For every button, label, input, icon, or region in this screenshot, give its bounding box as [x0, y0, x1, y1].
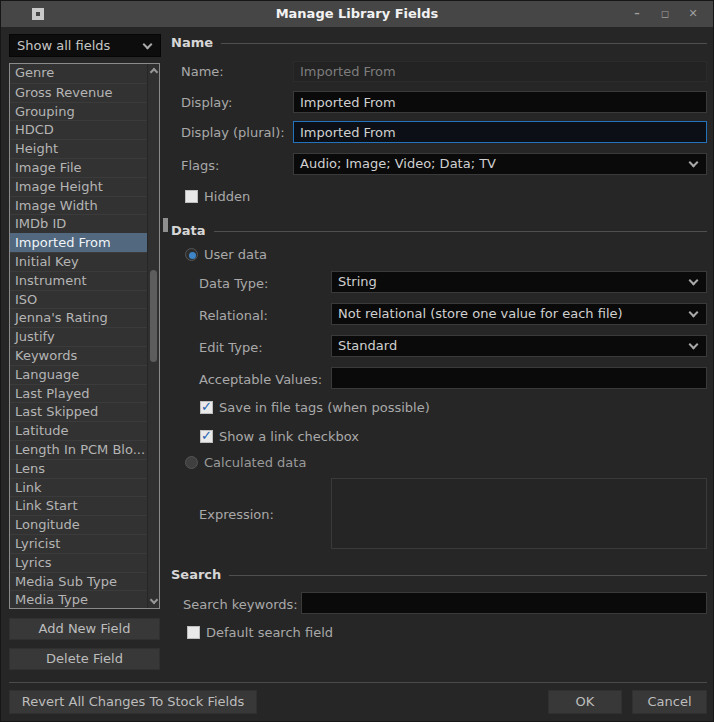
show-link-label[interactable]: Show a link checkbox: [219, 429, 359, 444]
chevron-down-icon: [689, 308, 699, 318]
list-item[interactable]: Genre: [10, 64, 147, 83]
expression-label: Expression:: [199, 507, 274, 522]
section-header-name: Name: [171, 35, 221, 50]
relational-select[interactable]: Not relational (store one value for each…: [331, 303, 707, 325]
field-filter-value: Show all fields: [17, 38, 110, 53]
user-data-label[interactable]: User data: [204, 247, 267, 262]
scrollbar[interactable]: [147, 64, 159, 608]
list-item[interactable]: Image Height: [10, 177, 147, 196]
display-plural-input[interactable]: [293, 121, 707, 143]
section-header-search: Search: [171, 567, 229, 582]
chevron-down-icon: [689, 276, 699, 286]
list-item[interactable]: Language: [10, 365, 147, 384]
list-item[interactable]: Grouping: [10, 102, 147, 121]
delete-field-button[interactable]: Delete Field: [9, 648, 160, 670]
scrollbar-thumb[interactable]: [150, 270, 157, 362]
section-line: [219, 43, 707, 44]
list-item[interactable]: Last Played: [10, 384, 147, 403]
data-type-value: String: [338, 274, 377, 289]
minimize-button[interactable]: –: [623, 1, 651, 27]
hidden-checkbox[interactable]: [185, 190, 198, 203]
titlebar[interactable]: Manage Library Fields – ◻ ✕: [1, 1, 713, 27]
display-plural-label: Display (plural):: [181, 125, 285, 140]
calculated-data-radio[interactable]: [185, 456, 198, 469]
list-item[interactable]: Instrument: [10, 271, 147, 290]
list-item[interactable]: Link: [10, 478, 147, 497]
window-title: Manage Library Fields: [1, 1, 713, 27]
section-line: [227, 575, 707, 576]
user-data-radio[interactable]: [185, 248, 198, 261]
add-new-field-button[interactable]: Add New Field: [9, 618, 160, 640]
list-item[interactable]: HDCD: [10, 120, 147, 139]
search-keywords-label: Search keywords:: [183, 597, 298, 612]
section-line: [211, 231, 707, 232]
list-item[interactable]: Longitude: [10, 515, 147, 534]
list-item[interactable]: Lyricist: [10, 534, 147, 553]
maximize-button[interactable]: ◻: [651, 1, 679, 27]
list-item[interactable]: ISO: [10, 290, 147, 309]
field-list: GenreGross RevenueGroupingHDCDHeightImag…: [10, 64, 147, 608]
data-type-label: Data Type:: [199, 276, 268, 291]
default-search-field-label[interactable]: Default search field: [206, 625, 333, 640]
cancel-button[interactable]: Cancel: [632, 690, 707, 714]
relational-label: Relational:: [199, 308, 268, 323]
splitter-grip[interactable]: [163, 218, 168, 232]
list-item[interactable]: Lens: [10, 459, 147, 478]
flags-value: Audio; Image; Video; Data; TV: [300, 156, 496, 171]
list-item[interactable]: Image File: [10, 158, 147, 177]
scroll-up-icon[interactable]: [150, 68, 158, 76]
footer-divider: [9, 682, 707, 683]
list-item[interactable]: Jenna's Rating: [10, 308, 147, 327]
list-item[interactable]: IMDb ID: [10, 214, 147, 233]
list-item[interactable]: Latitude: [10, 421, 147, 440]
search-keywords-input[interactable]: [301, 592, 707, 614]
list-item[interactable]: Initial Key: [10, 252, 147, 271]
close-button[interactable]: ✕: [679, 1, 707, 27]
field-listbox: GenreGross RevenueGroupingHDCDHeightImag…: [9, 63, 160, 609]
relational-value: Not relational (store one value for each…: [338, 306, 623, 321]
expression-textarea[interactable]: [331, 478, 707, 549]
flags-select[interactable]: Audio; Image; Video; Data; TV: [293, 153, 707, 175]
ok-button[interactable]: OK: [548, 690, 622, 714]
calculated-data-label[interactable]: Calculated data: [204, 455, 306, 470]
list-item[interactable]: Gross Revenue: [10, 83, 147, 102]
default-search-field-checkbox[interactable]: [187, 626, 200, 639]
list-item[interactable]: Image Width: [10, 196, 147, 215]
edit-type-select[interactable]: Standard: [331, 335, 707, 357]
list-item[interactable]: Justify: [10, 327, 147, 346]
section-header-data: Data: [171, 223, 214, 238]
list-item[interactable]: Height: [10, 139, 147, 158]
scroll-down-icon[interactable]: [150, 596, 158, 604]
list-item[interactable]: Length In PCM Blo...: [10, 440, 147, 459]
flags-label: Flags:: [181, 158, 219, 173]
save-in-file-tags-label[interactable]: Save in file tags (when possible): [219, 400, 430, 415]
display-label: Display:: [181, 95, 232, 110]
list-item[interactable]: Media Type: [10, 590, 147, 609]
show-link-checkbox[interactable]: [200, 430, 213, 443]
manage-library-fields-dialog: Manage Library Fields – ◻ ✕ Show all fie…: [0, 0, 714, 722]
chevron-down-icon: [143, 39, 153, 49]
list-item[interactable]: Lyrics: [10, 553, 147, 572]
chevron-down-icon: [689, 158, 699, 168]
edit-type-label: Edit Type:: [199, 340, 263, 355]
data-type-select[interactable]: String: [331, 271, 707, 293]
save-in-file-tags-checkbox[interactable]: [200, 401, 213, 414]
list-item[interactable]: Imported From: [10, 233, 147, 252]
name-field: Imported From: [293, 61, 707, 82]
chevron-down-icon: [689, 340, 699, 350]
acceptable-values-input[interactable]: [331, 367, 707, 389]
list-item[interactable]: Keywords: [10, 346, 147, 365]
field-filter-select[interactable]: Show all fields: [9, 34, 161, 57]
display-input[interactable]: [293, 91, 707, 113]
edit-type-value: Standard: [338, 338, 397, 353]
list-item[interactable]: Media Sub Type: [10, 572, 147, 591]
list-item[interactable]: Last Skipped: [10, 402, 147, 421]
acceptable-values-label: Acceptable Values:: [199, 372, 322, 387]
name-label: Name:: [181, 64, 224, 79]
list-item[interactable]: Link Start: [10, 496, 147, 515]
hidden-checkbox-label[interactable]: Hidden: [204, 189, 250, 204]
revert-button[interactable]: Revert All Changes To Stock Fields: [9, 690, 257, 714]
